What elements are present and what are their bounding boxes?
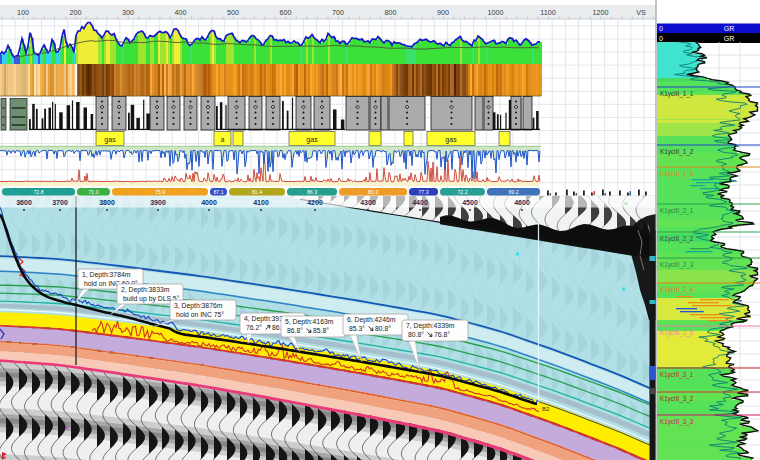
svg-text:300: 300 (122, 8, 134, 17)
svg-text:80.8°: 80.8° (375, 325, 391, 332)
svg-text:800: 800 (385, 8, 397, 17)
svg-text:hold on INC 75°: hold on INC 75° (176, 311, 224, 318)
svg-text:6, Depth:4246m: 6, Depth:4246m (347, 316, 396, 324)
svg-text:gas: gas (306, 136, 318, 144)
svg-text:4000: 4000 (201, 199, 217, 206)
svg-text:4200: 4200 (307, 199, 323, 206)
svg-text:81.4: 81.4 (252, 189, 262, 195)
svg-text:600: 600 (280, 8, 292, 17)
svg-text:B2: B2 (542, 406, 550, 412)
svg-text:K1ycIII_3_2: K1ycIII_3_2 (660, 395, 694, 403)
svg-text:500: 500 (227, 8, 239, 17)
svg-text:1, Depth:3784m: 1, Depth:3784m (82, 271, 131, 279)
svg-text:K1ycIII_2_1: K1ycIII_2_1 (660, 207, 694, 215)
svg-text:85.8°: 85.8° (313, 327, 329, 334)
svg-text:a: a (221, 136, 225, 143)
svg-text:K1ycIII_2_2: K1ycIII_2_2 (660, 235, 694, 243)
svg-text:VS: VS (636, 8, 646, 17)
svg-text:K1ycIII_1_3: K1ycIII_1_3 (660, 170, 694, 178)
svg-text:400: 400 (175, 8, 187, 17)
svg-text:K1ycIII_2_3: K1ycIII_2_3 (660, 261, 694, 269)
svg-text:86.8°: 86.8° (287, 327, 303, 334)
svg-text:0: 0 (659, 35, 663, 42)
svg-text:700: 700 (332, 8, 344, 17)
svg-text:3800: 3800 (99, 199, 115, 206)
svg-text:7, Depth:4339m: 7, Depth:4339m (406, 322, 455, 330)
svg-text:80.3: 80.3 (368, 189, 378, 195)
svg-text:4600: 4600 (514, 199, 530, 206)
svg-text:4300: 4300 (360, 199, 376, 206)
svg-text:5, Depth:4163m: 5, Depth:4163m (285, 318, 334, 326)
svg-text:3900: 3900 (150, 199, 166, 206)
svg-text:0: 0 (659, 25, 663, 32)
svg-text:K1ycIII_3_1: K1ycIII_3_1 (660, 371, 694, 379)
svg-text:200: 200 (70, 8, 82, 17)
svg-text:3, Depth:3876m: 3, Depth:3876m (174, 302, 223, 310)
svg-text:69.2: 69.2 (508, 189, 518, 195)
svg-text:K1ycIII_2_4: K1ycIII_2_4 (660, 286, 694, 294)
svg-text:K1ycIII_1_2: K1ycIII_1_2 (660, 148, 694, 156)
svg-text:4400: 4400 (412, 199, 428, 206)
svg-text:86.3: 86.3 (307, 189, 317, 195)
svg-text:85.3°: 85.3° (349, 325, 365, 332)
svg-text:K1ycIII_2_5: K1ycIII_2_5 (660, 329, 694, 337)
svg-text:1100: 1100 (540, 8, 555, 17)
svg-text:K1ycIII_1_1: K1ycIII_1_1 (660, 90, 694, 98)
svg-text:77.3: 77.3 (418, 189, 428, 195)
svg-text:3700: 3700 (52, 199, 68, 206)
svg-text:76.2°: 76.2° (246, 324, 262, 331)
svg-text:80.8°: 80.8° (408, 331, 424, 338)
svg-text:72.8: 72.8 (33, 189, 43, 195)
svg-text:4100: 4100 (253, 199, 269, 206)
svg-text:75.9: 75.9 (155, 189, 165, 195)
svg-text:87.1: 87.1 (213, 189, 223, 195)
svg-text:100: 100 (17, 8, 29, 17)
svg-text:72.2: 72.2 (457, 189, 467, 195)
svg-text:2, Depth:3833m: 2, Depth:3833m (121, 286, 170, 294)
svg-text:gas: gas (104, 136, 116, 144)
svg-text:4500: 4500 (462, 199, 478, 206)
svg-text:gas: gas (445, 136, 457, 144)
svg-text:1000: 1000 (488, 8, 504, 17)
svg-text:76.8°: 76.8° (434, 331, 450, 338)
svg-text:GR: GR (724, 25, 735, 32)
svg-text:900: 900 (437, 8, 449, 17)
svg-text:71.0: 71.0 (88, 189, 98, 195)
svg-text:3600: 3600 (16, 199, 32, 206)
svg-text:GR: GR (724, 35, 735, 42)
svg-text:K1ycIII_3_3: K1ycIII_3_3 (660, 418, 694, 426)
svg-text:1200: 1200 (593, 8, 609, 17)
